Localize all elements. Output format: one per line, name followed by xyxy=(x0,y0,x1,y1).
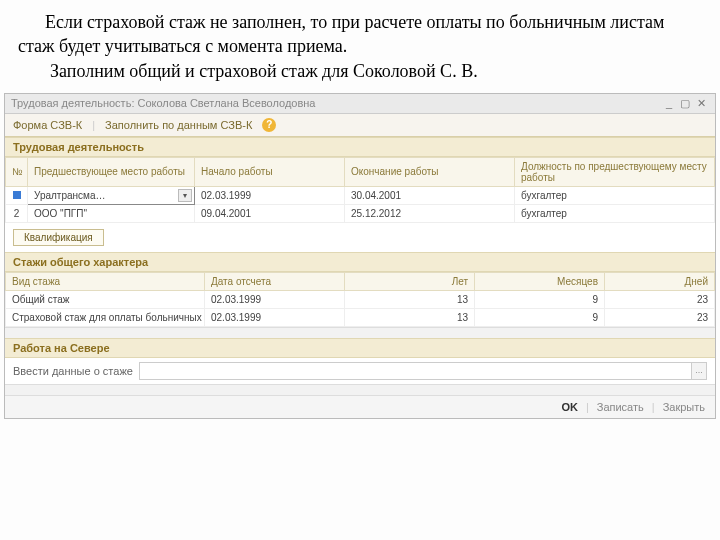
table-row[interactable]: 2 ООО "ПГП" 09.04.2001 25.12.2012 бухгал… xyxy=(6,204,715,222)
window-title: Трудовая деятельность: Соколова Светлана… xyxy=(11,97,315,109)
qualification-button[interactable]: Квалификация xyxy=(13,229,104,246)
col-type: Вид стажа xyxy=(6,272,205,290)
ok-button[interactable]: OK xyxy=(561,401,578,413)
app-window: Трудовая деятельность: Соколова Светлана… xyxy=(4,93,716,419)
table-row[interactable]: Страховой стаж для оплаты больничных лис… xyxy=(6,308,715,326)
help-icon[interactable]: ? xyxy=(262,118,276,132)
col-position: Должность по предшествующему месту работ… xyxy=(515,157,715,186)
dropdown-icon[interactable]: ▾ xyxy=(178,189,192,202)
save-button[interactable]: Записать xyxy=(597,401,644,413)
close-button[interactable]: ✕ xyxy=(693,97,709,110)
col-start: Начало работы xyxy=(195,157,345,186)
north-label: Ввести данные о стаже xyxy=(13,365,133,377)
window-titlebar: Трудовая деятельность: Соколова Светлана… xyxy=(5,94,715,114)
section-north-work: Работа на Севере xyxy=(5,338,715,358)
org-cell-active[interactable]: Уралтрансма… ▾ xyxy=(28,186,195,204)
col-months: Месяцев xyxy=(475,272,605,290)
scrollbar-stub[interactable] xyxy=(5,327,715,338)
col-end: Окончание работы xyxy=(345,157,515,186)
minimize-button[interactable]: _ xyxy=(661,97,677,109)
col-num: № xyxy=(6,157,28,186)
table-row[interactable]: Уралтрансма… ▾ 02.03.1999 30.04.2001 бух… xyxy=(6,186,715,204)
fill-szvk-button[interactable]: Заполнить по данным СЗВ-К xyxy=(105,119,252,131)
col-date: Дата отсчета xyxy=(205,272,345,290)
dialog-footer: OK | Записать | Закрыть xyxy=(5,395,715,418)
col-days: Дней xyxy=(605,272,715,290)
restore-button[interactable]: ▢ xyxy=(677,97,693,110)
toolbar: Форма СЗВ-К | Заполнить по данным СЗВ-К … xyxy=(5,114,715,137)
dropdown-icon[interactable]: … xyxy=(691,363,706,379)
table-row[interactable]: Общий стаж 02.03.1999 13 9 23 xyxy=(6,290,715,308)
col-years: Лет xyxy=(345,272,475,290)
section-work-activity: Трудовая деятельность xyxy=(5,137,715,157)
section-general-seniority: Стажи общего характера xyxy=(5,252,715,272)
close-footer-button[interactable]: Закрыть xyxy=(663,401,705,413)
col-prev-place: Предшествующее место работы xyxy=(28,157,195,186)
scrollbar-stub[interactable] xyxy=(5,384,715,395)
seniority-table: Вид стажа Дата отсчета Лет Месяцев Дней … xyxy=(5,272,715,327)
row-marker-icon xyxy=(13,191,21,199)
work-table: № Предшествующее место работы Начало раб… xyxy=(5,157,715,223)
north-input[interactable]: … xyxy=(139,362,707,380)
form-szvk-button[interactable]: Форма СЗВ-К xyxy=(13,119,82,131)
intro-text: Если страховой стаж не заполнен, то при … xyxy=(0,0,720,89)
